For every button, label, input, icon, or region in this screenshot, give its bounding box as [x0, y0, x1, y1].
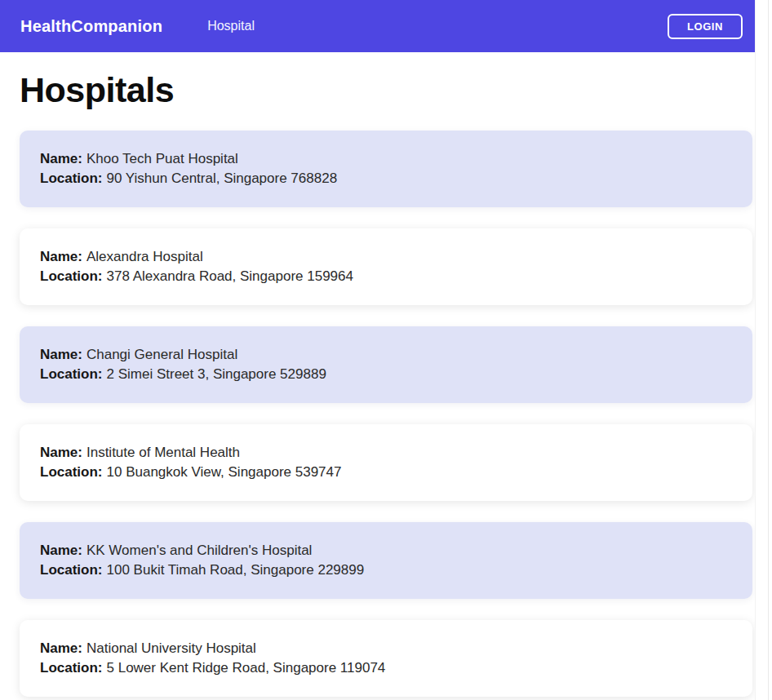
hospital-location-row: Location:5 Lower Kent Ridge Road, Singap… [40, 658, 732, 678]
hospital-location: 5 Lower Kent Ridge Road, Singapore 11907… [107, 660, 386, 676]
name-label: Name: [40, 347, 82, 362]
location-label: Location: [40, 268, 103, 284]
location-label: Location: [40, 366, 103, 382]
navbar: HealthCompanion Hospital LOGIN [0, 0, 772, 52]
hospital-location: 90 Yishun Central, Singapore 768828 [107, 171, 338, 186]
hospital-card-list: Name:Khoo Tech Puat Hospital Location:90… [20, 131, 752, 697]
hospital-location: 10 Buangkok View, Singapore 539747 [107, 464, 342, 480]
main-content: Hospitals Name:Khoo Tech Puat Hospital L… [0, 70, 772, 697]
hospital-name-row: Name:Changi General Hospital [40, 345, 732, 365]
hospital-location-row: Location:378 Alexandra Road, Singapore 1… [40, 267, 732, 286]
name-label: Name: [40, 249, 82, 264]
brand-logo[interactable]: HealthCompanion [20, 17, 162, 36]
hospital-card: Name:KK Women's and Children's Hospital … [20, 522, 752, 599]
hospital-name-row: Name:KK Women's and Children's Hospital [40, 541, 732, 560]
hospital-location: 100 Bukit Timah Road, Singapore 229899 [107, 562, 365, 578]
hospital-location-row: Location:2 Simei Street 3, Singapore 529… [40, 365, 732, 384]
hospital-name: Alexandra Hospital [87, 249, 203, 264]
nav-link-hospital[interactable]: Hospital [207, 19, 255, 33]
name-label: Name: [40, 543, 82, 558]
hospital-location: 2 Simei Street 3, Singapore 529889 [107, 366, 326, 382]
location-label: Location: [40, 171, 103, 186]
page-title: Hospitals [20, 70, 752, 110]
hospital-name-row: Name:National University Hospital [40, 639, 732, 658]
hospital-card: Name:Khoo Tech Puat Hospital Location:90… [20, 131, 752, 207]
hospital-card: Name:Changi General Hospital Location:2 … [20, 326, 752, 403]
location-label: Location: [40, 464, 103, 480]
location-label: Location: [40, 660, 103, 676]
name-label: Name: [40, 151, 82, 166]
name-label: Name: [40, 640, 82, 656]
hospital-name: Changi General Hospital [87, 347, 237, 362]
hospital-location: 378 Alexandra Road, Singapore 159964 [107, 268, 353, 284]
name-label: Name: [40, 445, 82, 460]
hospital-card: Name:National University Hospital Locati… [20, 620, 752, 697]
scrollbar[interactable] [755, 0, 772, 700]
login-button[interactable]: LOGIN [668, 14, 743, 39]
hospital-name-row: Name:Institute of Mental Health [40, 443, 732, 463]
hospital-name: KK Women's and Children's Hospital [87, 543, 312, 558]
hospital-location-row: Location:90 Yishun Central, Singapore 76… [40, 169, 732, 188]
hospital-name-row: Name:Alexandra Hospital [40, 247, 732, 267]
hospital-name: Institute of Mental Health [87, 445, 240, 460]
hospital-name: National University Hospital [87, 640, 256, 656]
location-label: Location: [40, 562, 103, 578]
hospital-location-row: Location:100 Bukit Timah Road, Singapore… [40, 560, 732, 580]
hospital-card: Name:Alexandra Hospital Location:378 Ale… [20, 228, 752, 305]
hospital-name: Khoo Tech Puat Hospital [87, 151, 238, 166]
hospital-card: Name:Institute of Mental Health Location… [20, 424, 752, 501]
hospital-name-row: Name:Khoo Tech Puat Hospital [40, 149, 732, 169]
hospital-location-row: Location:10 Buangkok View, Singapore 539… [40, 463, 732, 482]
